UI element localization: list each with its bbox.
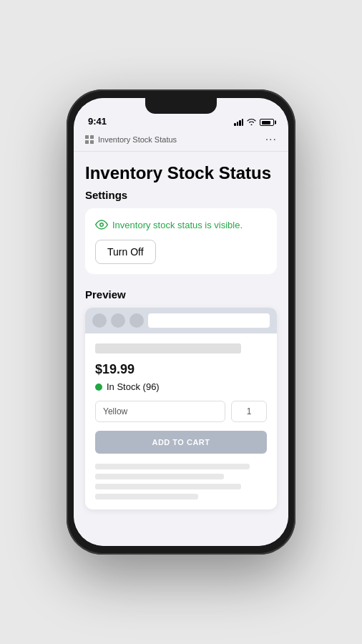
mockup-tab-dot-3	[129, 313, 144, 328]
mockup-quantity-input[interactable]: 1	[231, 401, 267, 422]
battery-icon	[260, 119, 274, 126]
mockup-stock-row: In Stock (96)	[95, 381, 267, 392]
settings-label: Settings	[85, 189, 277, 201]
nav-bar: Inventory Stock Status ···	[74, 130, 288, 152]
mockup-image-placeholder	[95, 343, 241, 353]
mockup-add-to-cart-button: ADD TO CART	[95, 431, 267, 454]
eye-icon	[95, 218, 108, 231]
mockup-description-lines	[95, 464, 267, 499]
mockup-inputs-row: Yellow 1	[95, 401, 267, 422]
mockup-price: $19.99	[95, 362, 267, 377]
status-visible-text: Inventory stock status is visible.	[112, 220, 243, 230]
status-icons	[234, 118, 274, 127]
page-title: Inventory Stock Status	[85, 163, 277, 183]
mockup-line-1	[95, 464, 250, 469]
wifi-icon	[247, 118, 256, 127]
stock-dot	[95, 384, 102, 391]
mockup-line-3	[95, 484, 241, 489]
svg-point-0	[100, 223, 104, 227]
grid-icon	[85, 135, 94, 144]
mockup-variant-input[interactable]: Yellow	[95, 401, 225, 422]
turn-off-button[interactable]: Turn Off	[95, 240, 156, 264]
mockup-stock-text: In Stock (96)	[107, 381, 160, 392]
phone-screen: 9:41	[74, 98, 288, 546]
mockup-tab-dot-2	[111, 313, 125, 328]
mockup-body: $19.99 In Stock (96) Yellow 1 ADD TO CAR…	[85, 333, 277, 509]
mockup-tab-bar	[148, 313, 270, 328]
mockup-tabs-bar	[85, 308, 277, 333]
status-time: 9:41	[88, 116, 107, 127]
preview-label: Preview	[85, 288, 277, 301]
phone-frame: 9:41	[67, 89, 295, 555]
notch	[145, 98, 217, 114]
mockup-line-2	[95, 474, 224, 479]
mockup-line-4	[95, 494, 198, 499]
signal-icon	[234, 119, 243, 126]
preview-section: Preview $19.99	[85, 288, 277, 509]
mockup-tab-dot-1	[92, 313, 107, 328]
nav-title: Inventory Stock Status	[98, 135, 177, 144]
settings-card: Inventory stock status is visible. Turn …	[85, 208, 277, 274]
more-icon[interactable]: ···	[265, 134, 277, 145]
status-row: Inventory stock status is visible.	[95, 218, 267, 231]
preview-mockup: $19.99 In Stock (96) Yellow 1 ADD TO CAR…	[85, 308, 277, 509]
nav-left: Inventory Stock Status	[85, 135, 177, 144]
content-area: Inventory Stock Status Settings Inventor…	[74, 152, 288, 546]
